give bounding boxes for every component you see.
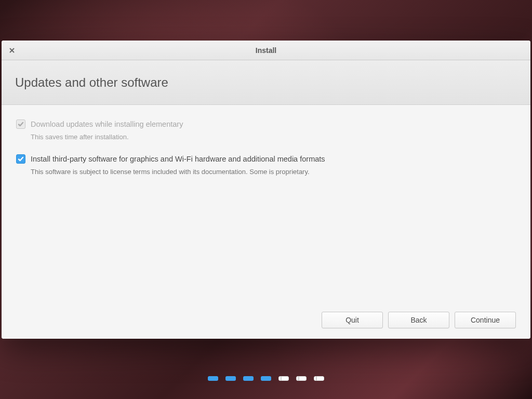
quit-button[interactable]: Quit bbox=[322, 312, 383, 328]
checkmark-icon bbox=[18, 121, 24, 127]
checkbox-third-party[interactable] bbox=[16, 154, 25, 164]
option-label: Download updates while installing elemen… bbox=[31, 120, 183, 128]
continue-button[interactable]: Continue bbox=[455, 312, 516, 328]
close-icon bbox=[9, 47, 15, 54]
page-header: Updates and other software bbox=[2, 60, 530, 105]
window-title: Install bbox=[2, 46, 530, 55]
option-description: This software is subject to license term… bbox=[31, 168, 516, 176]
option-third-party: Install third-party software for graphic… bbox=[16, 154, 516, 176]
page-title: Updates and other software bbox=[15, 75, 168, 90]
option-label: Install third-party software for graphic… bbox=[31, 155, 325, 163]
close-button[interactable] bbox=[5, 43, 19, 58]
content-area: Download updates while installing elemen… bbox=[2, 105, 530, 339]
option-description: This saves time after installation. bbox=[31, 133, 516, 141]
button-row: Quit Back Continue bbox=[322, 312, 516, 328]
checkbox-download-updates bbox=[16, 119, 25, 129]
option-download-updates: Download updates while installing elemen… bbox=[16, 119, 516, 141]
titlebar: Install bbox=[2, 41, 530, 60]
installer-window: Install Updates and other software Downl… bbox=[2, 41, 530, 339]
back-button[interactable]: Back bbox=[388, 312, 449, 328]
checkmark-icon bbox=[18, 156, 24, 162]
